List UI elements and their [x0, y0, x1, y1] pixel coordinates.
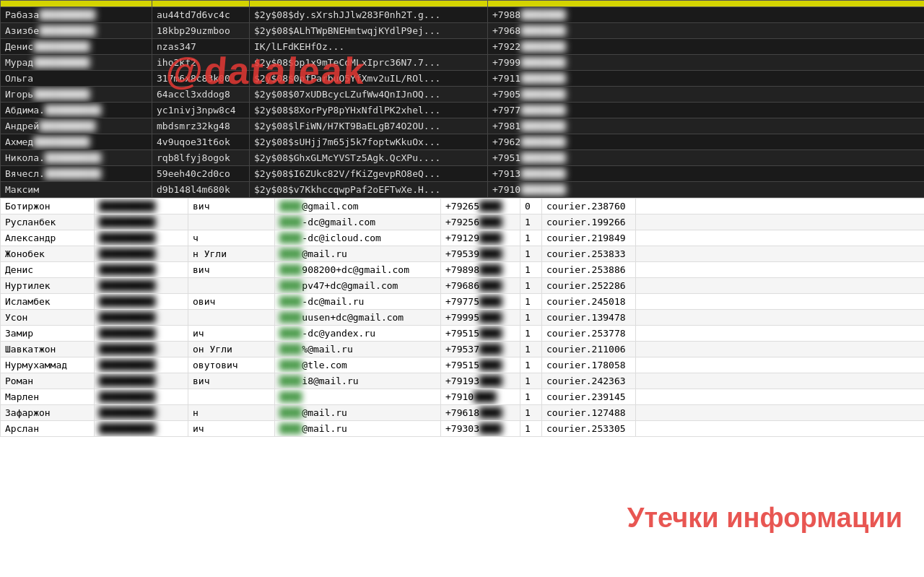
- cell-phone: +79775████: [441, 294, 520, 310]
- table-row: Абдима.██████████yc1nivj3npw8c4$2y$08$8X…: [1, 103, 925, 118]
- cell-salt: 18kbp29uzmboo: [152, 23, 250, 39]
- cell-lastname: ██████████: [95, 246, 188, 262]
- table-row: Максимd9b148l4m680k$2y$08$v7KkhccqwpPaf2…: [1, 182, 925, 198]
- cell-email: ████@mail.ru: [275, 246, 441, 262]
- cell-phone: +7962████████: [488, 134, 925, 150]
- cell-phone: +7911████████: [488, 71, 925, 87]
- cell-phone: +7910████████: [488, 182, 925, 198]
- cell-patronymic: [188, 389, 275, 405]
- cell-empty: [636, 373, 925, 389]
- table-row: Усон██████████████uusen+dc@gmail.com+799…: [1, 310, 925, 326]
- cell-empty: [636, 199, 925, 214]
- cell-username: Андрей██████████: [1, 118, 152, 134]
- cell-salt: rqb8lfyj8ogok: [152, 150, 250, 166]
- blurred-email-prefix: ████: [279, 423, 302, 434]
- cell-username: Максим: [1, 182, 152, 198]
- blurred-email-prefix: ████: [279, 280, 302, 291]
- blurred-phone: ████: [474, 391, 496, 402]
- cell-username: Ольга: [1, 71, 152, 87]
- blurred-phone: ████: [479, 344, 502, 355]
- cell-phone: +79265████: [441, 199, 520, 214]
- blurred-phone: ████████: [520, 89, 566, 100]
- cell-phone: +7951████████: [488, 150, 925, 166]
- cell-password: $2y$08$lFiWN/H7KT9BaELgB74O2OU...: [250, 118, 488, 134]
- blurred-phone: ████: [479, 233, 502, 243]
- cell-patronymic: н Угли: [188, 246, 275, 262]
- blurred-phone: ████████: [520, 73, 566, 84]
- cell-lastname: ██████████: [95, 214, 188, 230]
- cell-patronymic: [188, 214, 275, 230]
- blurred-phone: ████████: [520, 105, 566, 116]
- blurred-phone: ████: [479, 376, 502, 386]
- blurred-email-prefix: ████: [279, 344, 302, 355]
- blurred-phone: ████████: [520, 57, 566, 68]
- cell-salt: 317m6x8c83k00: [152, 71, 250, 87]
- blurred-phone: ████: [479, 360, 502, 370]
- cell-empty: [636, 357, 925, 373]
- cell-patronymic: [188, 310, 275, 326]
- cell-lastname: ██████████: [95, 199, 188, 214]
- cell-flag: 1: [520, 214, 542, 230]
- cell-courier: courier.139478: [542, 310, 636, 326]
- email-suffix: @tle.com: [302, 360, 347, 370]
- cell-courier: courier.253886: [542, 262, 636, 278]
- cell-empty: [636, 278, 925, 294]
- cell-password: $2y$08$GhxGLMcYVSTz5Agk.QcXPu....: [250, 150, 488, 166]
- cell-username: Жонобек: [1, 246, 95, 262]
- cell-email: ████uusen+dc@gmail.com: [275, 310, 441, 326]
- cell-courier: courier.242363: [542, 373, 636, 389]
- cell-phone: +79539████: [441, 246, 520, 262]
- blurred-phone: ████████: [520, 184, 566, 195]
- blurred-lastname: ██████████: [99, 312, 155, 323]
- cell-courier: courier.239145: [542, 389, 636, 405]
- table-row: Жонобек██████████н Угли████@mail.ru+7953…: [1, 246, 925, 262]
- cell-lastname: ██████████: [95, 357, 188, 373]
- cell-username: Роман: [1, 373, 95, 389]
- cell-username: Денис██████████: [1, 39, 152, 55]
- table-row: Андрей██████████mbdsmrz32kg48$2y$08$lFiW…: [1, 118, 925, 134]
- cell-courier: courier.199266: [542, 214, 636, 230]
- blurred-email-prefix: ████: [279, 233, 302, 243]
- cell-salt: d9b148l4m680k: [152, 182, 250, 198]
- cell-password: $2y$08$0pfParbuO5YfXmv2uIL/ROl...: [250, 71, 488, 87]
- blurred-phone: ████: [479, 407, 502, 418]
- personal-data-section: Ботиржон██████████вич████@gmail.com+7926…: [0, 198, 924, 437]
- email-suffix: @mail.ru: [302, 423, 347, 434]
- cell-password: IK/lLFdKEHfOz...: [250, 39, 488, 55]
- cell-salt: 64accl3xddog8: [152, 87, 250, 103]
- cell-flag: 1: [520, 310, 542, 326]
- blurred-email-prefix: ████: [279, 264, 302, 275]
- cell-username: Денис: [1, 262, 95, 278]
- blurred-email-prefix: ████: [279, 376, 302, 386]
- cell-empty: [636, 230, 925, 246]
- cell-flag: 0: [520, 199, 542, 214]
- cell-flag: 1: [520, 246, 542, 262]
- cell-email: ████-dc@icloud.com: [275, 230, 441, 246]
- cell-empty: [636, 326, 925, 342]
- cell-courier: courier.178058: [542, 357, 636, 373]
- cell-username: Игорь██████████: [1, 87, 152, 103]
- cell-lastname: ██████████: [95, 421, 188, 437]
- cell-password: $2y$08$sUHjj7m65j5k7foptwKkuOx...: [250, 134, 488, 150]
- table-row: Замир██████████ич████-dc@yandex.ru+79515…: [1, 326, 925, 342]
- blurred-username: ██████████: [33, 136, 90, 147]
- cell-salt: nzas347: [152, 39, 250, 55]
- cell-email: ████@mail.ru: [275, 405, 441, 421]
- blurred-lastname: ██████████: [99, 328, 155, 339]
- email-suffix: -dc@icloud.com: [302, 233, 381, 243]
- cell-username: Мурад██████████: [1, 55, 152, 71]
- blurred-email-prefix: ████: [279, 360, 302, 370]
- blurred-lastname: ██████████: [99, 264, 155, 275]
- cell-flag: 1: [520, 421, 542, 437]
- header-password: [250, 1, 488, 7]
- blurred-username: ██████████: [45, 152, 101, 163]
- cell-phone: +7910████: [441, 389, 520, 405]
- cell-flag: 1: [520, 262, 542, 278]
- blurred-phone: ████: [479, 217, 502, 227]
- blurred-lastname: ██████████: [99, 296, 155, 307]
- cell-password: $2y$08$8XorPyP8pYHxNfdlPK2xhel...: [250, 103, 488, 118]
- email-suffix: pv47+dc@gmail.com: [302, 280, 398, 291]
- cell-courier: courier.211006: [542, 342, 636, 357]
- table-row: Русланбек██████████████-dc@gmail.com+792…: [1, 214, 925, 230]
- cell-username: Зафаржон: [1, 405, 95, 421]
